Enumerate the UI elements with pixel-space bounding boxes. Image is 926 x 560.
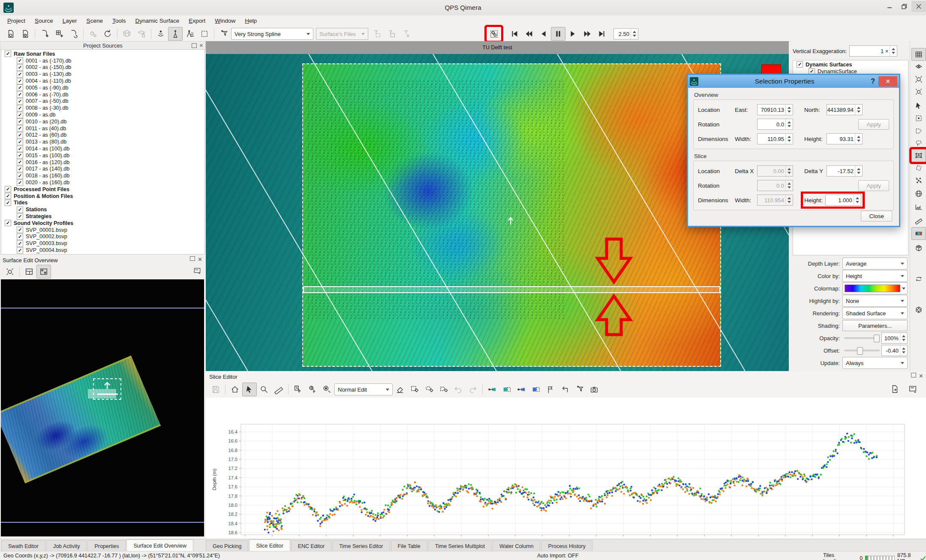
rewind-icon[interactable] xyxy=(522,27,536,41)
slice-plot-area[interactable]: -60-55-50-45-40-35-30-25-20-15-10-505101… xyxy=(206,398,926,538)
tab-water-column[interactable]: Water Column xyxy=(493,540,540,552)
pick-sphere-icon[interactable] xyxy=(305,383,320,396)
depth-layer-combo[interactable]: Average xyxy=(842,258,908,270)
tree-item[interactable]: ✓Dynamic Surfaces xyxy=(793,61,908,68)
delta-y-field[interactable]: -17.52 xyxy=(827,165,863,177)
checkbox[interactable]: ✓ xyxy=(5,186,11,192)
checkbox[interactable]: ✓ xyxy=(17,180,23,186)
dialog-title-bar[interactable]: Selection Properties ? ✕ xyxy=(688,75,899,88)
marquee-dot-icon[interactable] xyxy=(911,112,926,125)
checkbox[interactable]: ✓ xyxy=(17,213,23,220)
tab-swath-editor[interactable]: Swath Editor xyxy=(1,540,45,552)
shading-parameters-button[interactable]: Parameters... xyxy=(842,320,908,331)
east-field[interactable]: 70910.13 xyxy=(757,104,793,115)
height-field[interactable]: 93.31 xyxy=(827,133,863,144)
tree-item[interactable]: ✓SVP_00004.bsvp xyxy=(1,247,204,254)
checkbox[interactable]: ✓ xyxy=(17,240,23,247)
checkbox[interactable]: ✓ xyxy=(17,139,23,145)
points-cube-icon[interactable] xyxy=(911,303,926,316)
pause-icon[interactable] xyxy=(551,27,565,41)
profile-chart-icon[interactable] xyxy=(911,201,926,213)
checkbox[interactable]: ✓ xyxy=(5,220,11,226)
dialog-close-action-button[interactable]: Close xyxy=(861,211,892,222)
add-source-file-icon[interactable] xyxy=(37,27,52,41)
tab-surface-edit-overview[interactable]: Surface Edit Overview xyxy=(126,539,193,552)
tab-slice-editor[interactable]: Slice Editor xyxy=(249,539,290,552)
tree-item[interactable]: ✓0014 - as (100).db xyxy=(1,145,204,152)
filter-marquee-icon[interactable] xyxy=(370,27,385,41)
redo-icon[interactable] xyxy=(466,383,480,396)
tab-time-series-editor[interactable]: Time Series Editor xyxy=(332,540,390,552)
menu-dynamic-surface[interactable]: Dynamic Surface xyxy=(130,15,184,27)
rotated-rect-icon[interactable] xyxy=(911,162,926,174)
menu-tools[interactable]: Tools xyxy=(108,15,131,27)
checkbox[interactable]: ✓ xyxy=(17,152,23,159)
dialog-close-button[interactable]: ✕ xyxy=(878,76,897,87)
layout-view-icon[interactable] xyxy=(36,265,51,279)
tree-item[interactable]: ✓0004 - as (-110).db xyxy=(1,78,204,84)
cube-arrows-icon[interactable] xyxy=(911,85,926,98)
checkbox[interactable]: ✓ xyxy=(17,64,23,71)
menu-project[interactable]: Project xyxy=(3,15,30,27)
camera-icon[interactable] xyxy=(587,383,601,396)
checkbox[interactable]: ✓ xyxy=(17,57,23,64)
tree-item[interactable]: ✓0016 - as (120).db xyxy=(1,159,204,166)
refresh-icon[interactable] xyxy=(100,27,115,41)
tree-item[interactable]: ✓0012 - as (60).db xyxy=(1,132,204,139)
slice-corridor[interactable] xyxy=(303,286,720,293)
checkbox[interactable]: ✓ xyxy=(17,227,23,233)
checkbox[interactable]: ✓ xyxy=(17,146,23,152)
tree-item[interactable]: ✓0007 - as (-50).db xyxy=(1,98,204,105)
reject-rect-icon[interactable] xyxy=(529,383,543,396)
return-arrow-icon[interactable] xyxy=(558,383,572,396)
tree-item[interactable]: ✓Raw Sonar Files xyxy=(1,51,204,57)
rotation-field[interactable]: 0.0 xyxy=(757,119,793,130)
checkbox[interactable]: ✓ xyxy=(17,159,23,165)
pick-wand-icon[interactable] xyxy=(168,27,183,41)
split-view-icon[interactable] xyxy=(22,265,36,279)
lasso-select-icon[interactable] xyxy=(911,137,926,150)
checkbox[interactable]: ✓ xyxy=(17,118,23,125)
flag-icon[interactable] xyxy=(543,383,558,396)
tree-item[interactable]: ✓Sound Velocity Profiles xyxy=(1,220,204,227)
checkbox[interactable]: ✓ xyxy=(17,234,23,240)
tree-item[interactable]: ✓0003 - as (-130).db xyxy=(1,71,204,78)
tree-item[interactable]: ✓0002 - as (-150).db xyxy=(1,64,204,71)
plot-menu-icon[interactable] xyxy=(905,382,920,396)
tree-item[interactable]: ✓0005 - as (-90).db xyxy=(1,84,204,91)
swath-wand-icon[interactable] xyxy=(183,27,197,41)
mesh-cube-icon[interactable] xyxy=(911,242,926,255)
process-gears-icon[interactable] xyxy=(86,27,100,41)
tree-item[interactable]: ✓0001 - as (-170).db xyxy=(1,57,204,64)
panel-options-icon[interactable] xyxy=(190,256,195,261)
slider-handle[interactable] xyxy=(874,335,880,342)
marquee-select-icon[interactable] xyxy=(197,27,212,41)
pick-point-icon[interactable] xyxy=(320,383,334,396)
slice-settings-icon[interactable] xyxy=(487,27,501,41)
tree-item[interactable]: ✓0011 - as (40).db xyxy=(1,125,204,132)
menu-help[interactable]: Help xyxy=(240,15,262,27)
color-by-combo[interactable]: Height xyxy=(842,270,908,282)
tree-item[interactable]: ✓0020 - as (160).db xyxy=(1,179,204,186)
menu-export[interactable]: Export xyxy=(184,15,210,27)
update-combo[interactable]: Always xyxy=(842,357,908,369)
add-grid-source-icon[interactable] xyxy=(52,27,66,41)
open-surface-file-icon[interactable] xyxy=(18,27,33,41)
menu-scene[interactable]: Scene xyxy=(82,15,108,27)
tree-item[interactable]: ✓Processed Point Files xyxy=(1,186,204,193)
spline-combo[interactable]: Very Strong Spline xyxy=(231,28,313,40)
close-panel-icon[interactable]: ✕ xyxy=(199,43,203,48)
tree-item[interactable]: ✓0009 - as.db xyxy=(1,111,204,118)
slice-height-field[interactable]: 1.000 xyxy=(825,195,861,206)
files-combo[interactable]: Surface's Files xyxy=(316,28,368,40)
tab-properties[interactable]: Properties xyxy=(87,540,126,552)
accept-point-icon[interactable] xyxy=(485,383,499,396)
tab-enc-editor[interactable]: ENC Editor xyxy=(291,540,332,552)
close-button[interactable] xyxy=(911,1,926,12)
checkbox[interactable]: ✓ xyxy=(5,200,11,206)
step-back-icon[interactable] xyxy=(536,27,551,41)
close-panel-icon[interactable]: ✕ xyxy=(198,256,202,263)
edit_mode-combo[interactable]: Normal Edit xyxy=(334,383,393,395)
slice-tool-icon[interactable] xyxy=(911,149,926,162)
surface-3d-viewport[interactable] xyxy=(1,279,204,536)
